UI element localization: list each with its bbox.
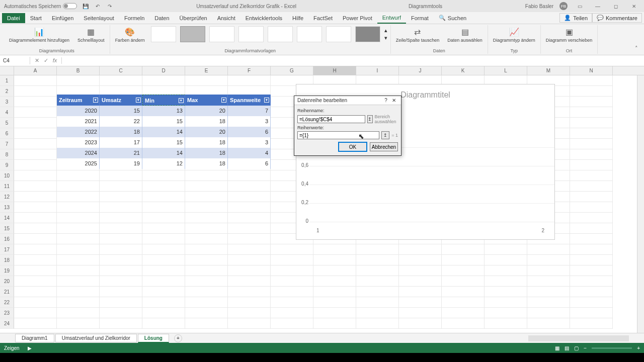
row-header[interactable]: 19: [0, 265, 14, 276]
search-box[interactable]: 🔍 Suchen: [434, 13, 471, 23]
row-header[interactable]: 7: [0, 139, 14, 149]
redo-icon[interactable]: ↷: [106, 3, 113, 10]
view-normal-icon[interactable]: ▦: [555, 345, 559, 351]
chart-style-4[interactable]: [238, 26, 264, 42]
col-header[interactable]: K: [442, 66, 485, 75]
row-header[interactable]: 6: [0, 128, 14, 139]
restore-icon[interactable]: ◻: [610, 2, 622, 10]
table-row[interactable]: 20251912186: [57, 158, 271, 169]
series-values-input[interactable]: [297, 131, 379, 139]
close-icon[interactable]: ✕: [628, 2, 640, 10]
filter-icon[interactable]: ▾: [93, 98, 98, 103]
chart-style-2[interactable]: [180, 26, 205, 42]
minimize-icon[interactable]: ▭: [574, 2, 586, 10]
horizontal-scrollbar[interactable]: [528, 335, 629, 341]
help-icon[interactable]: ?: [382, 98, 390, 103]
user-avatar[interactable]: FB: [559, 2, 568, 10]
row-header[interactable]: 5: [0, 118, 14, 128]
tab-ansicht[interactable]: Ansicht: [212, 13, 240, 23]
formula-input[interactable]: [62, 60, 644, 62]
row-header[interactable]: 3: [0, 97, 14, 107]
range-picker-icon[interactable]: ↥: [381, 131, 389, 139]
row-header[interactable]: 8: [0, 149, 14, 160]
share-button[interactable]: 👤 Teilen: [559, 13, 592, 23]
table-row[interactable]: 20242114184: [57, 148, 271, 158]
row-header[interactable]: 22: [0, 297, 14, 308]
close-icon[interactable]: ✕: [390, 98, 398, 103]
tab-factset[interactable]: FactSet: [308, 13, 338, 23]
row-header[interactable]: 18: [0, 255, 14, 265]
add-sheet-button[interactable]: +: [174, 334, 182, 342]
tab-powerpivot[interactable]: Power Pivot: [338, 13, 377, 23]
view-page-icon[interactable]: ▤: [565, 345, 569, 351]
change-chart-type-button[interactable]: 📈Diagrammtyp ändern: [491, 25, 537, 44]
table-header[interactable]: Min▾: [142, 95, 185, 106]
sheet-tab[interactable]: Diagramm1: [15, 334, 54, 342]
row-header[interactable]: 16: [0, 234, 14, 244]
tab-ueberpruefen[interactable]: Überprüfen: [175, 13, 212, 23]
autosave-toggle[interactable]: Automatisches Speichern: [4, 3, 77, 9]
tab-format[interactable]: Format: [406, 13, 434, 23]
row-header[interactable]: 17: [0, 244, 14, 255]
filter-icon[interactable]: ▾: [136, 98, 141, 103]
col-header[interactable]: F: [228, 66, 271, 75]
sheet-tab[interactable]: Umsatzverlauf und Zielkorridor: [55, 334, 137, 342]
tab-entwicklertools[interactable]: Entwicklertools: [240, 13, 287, 23]
table-header[interactable]: Umsatz▾: [100, 95, 142, 106]
sheet-tab[interactable]: Lösung: [138, 334, 169, 343]
row-header[interactable]: 14: [0, 213, 14, 223]
row-header[interactable]: 10: [0, 170, 14, 181]
series-name-input[interactable]: [297, 115, 365, 123]
table-row[interactable]: 20212215183: [57, 116, 271, 127]
zoom-in-icon[interactable]: +: [637, 345, 640, 351]
style-scroll-down[interactable]: ▾: [384, 35, 387, 41]
zoom-out-icon[interactable]: −: [584, 345, 587, 351]
chart-style-8[interactable]: [355, 26, 380, 42]
table-header[interactable]: Spannweite▾: [228, 95, 271, 106]
chart-style-3[interactable]: [209, 26, 234, 42]
tab-file[interactable]: Datei: [2, 13, 25, 23]
col-header[interactable]: L: [485, 66, 527, 75]
add-chart-element-button[interactable]: 📊Diagrammelement hinzufügen: [7, 25, 71, 44]
row-header[interactable]: 9: [0, 160, 14, 170]
table-row[interactable]: 20201513207: [57, 106, 271, 116]
col-header[interactable]: N: [570, 66, 613, 75]
switch-row-col-button[interactable]: ⇄Zeile/Spalte tauschen: [394, 25, 442, 44]
view-break-icon[interactable]: ▢: [574, 345, 579, 351]
ok-button[interactable]: OK: [339, 142, 367, 151]
cancel-formula-icon[interactable]: ✕: [33, 57, 40, 64]
style-scroll-up[interactable]: ▴: [384, 27, 387, 34]
select-all-corner[interactable]: [0, 66, 14, 75]
col-header[interactable]: E: [185, 66, 228, 75]
col-header[interactable]: C: [100, 66, 142, 75]
tab-daten[interactable]: Daten: [149, 13, 174, 23]
col-header[interactable]: I: [356, 66, 399, 75]
tab-seitenlayout[interactable]: Seitenlayout: [78, 13, 119, 23]
macro-icon[interactable]: ▶: [28, 345, 32, 351]
filter-icon[interactable]: ▾: [179, 98, 184, 103]
select-data-button[interactable]: ▤Daten auswählen: [445, 25, 485, 44]
row-header[interactable]: 11: [0, 181, 14, 192]
tab-einfuegen[interactable]: Einfügen: [47, 13, 78, 23]
row-header[interactable]: 2: [0, 86, 14, 97]
col-header[interactable]: J: [399, 66, 442, 75]
tab-start[interactable]: Start: [25, 13, 47, 23]
zoom-slider[interactable]: [592, 347, 632, 349]
vertical-scrollbar[interactable]: [637, 75, 644, 333]
cancel-button[interactable]: Abbrechen: [370, 142, 398, 151]
fx-icon[interactable]: fx: [51, 57, 58, 64]
table-row[interactable]: 20231715183: [57, 137, 271, 148]
row-header[interactable]: 20: [0, 276, 14, 287]
row-header[interactable]: 1: [0, 75, 14, 86]
tab-formeln[interactable]: Formeln: [119, 13, 149, 23]
col-header[interactable]: A: [14, 66, 57, 75]
filter-icon[interactable]: ▾: [264, 98, 269, 103]
maximize-icon[interactable]: —: [592, 2, 604, 10]
move-chart-button[interactable]: ▣Diagramm verschieben: [544, 25, 595, 44]
change-colors-button[interactable]: 🎨Farben ändern: [113, 25, 147, 44]
col-header[interactable]: D: [142, 66, 185, 75]
row-header[interactable]: 4: [0, 107, 14, 118]
row-header[interactable]: 21: [0, 287, 14, 297]
range-picker-icon[interactable]: ↥: [367, 115, 373, 123]
col-header[interactable]: M: [527, 66, 570, 75]
